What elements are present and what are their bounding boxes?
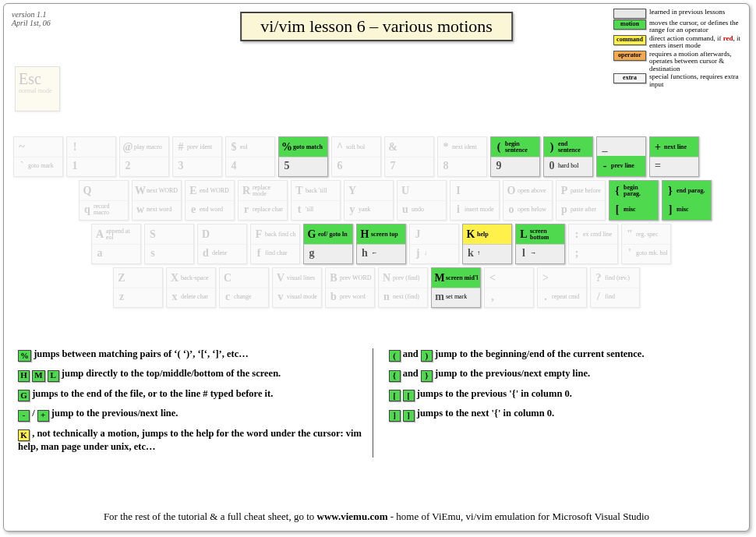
key-(: (begin sentence9 [490,136,540,177]
footer-url: www.viemu.com [317,511,388,522]
key-D: Dddelete [197,224,247,264]
keychip-+: + [37,410,49,422]
key-T: Tback 'tillt'till [291,180,341,221]
key-$: $eol4 [225,136,275,177]
note-line: % jumps between matching pairs of ‘( ‘)’… [18,348,365,362]
key-): )end sentence0hard bol [543,136,593,177]
key-F: Fback find chffind char [250,224,300,264]
key-~: ~`goto mark [13,136,63,177]
legend-motion: motion moves the cursor, or defines the … [613,19,743,34]
key-H: Hscreen toph← [356,224,406,264]
note-line: - / + jump to the previous/next line. [18,408,365,421]
key-@: @play macro2 [119,136,169,177]
row-home: Aappend at eolaSsDddeleteFback find chff… [91,224,740,264]
swatch-extra: extra [613,73,646,83]
keychip-H: H [18,370,30,382]
row-qwerty: Qqrecord macroWnext WORDwnext wordEend W… [79,180,740,221]
keychip-[: [ [389,390,401,401]
key->: >.repeat cmd [537,267,587,308]
note-line: G jumps to the end of the file, or to th… [18,388,365,401]
esc-key: Esc normal mode [15,66,60,111]
key-}: }end parag.]misc [662,180,712,221]
page-title: vi/vim lesson 6 – various motions [240,12,513,41]
key-C: Ccchange [219,267,269,308]
notes-right: ( and ) jump to the beginning/end of the… [389,348,736,460]
notes-left: % jumps between matching pairs of ‘( ‘)’… [18,348,365,460]
key-%: %goto match5 [278,136,328,177]
key-_: _-prev line [596,136,646,177]
key-J: Jj↓ [409,224,459,264]
key-G: Geof/ goto lng [303,224,353,264]
version-text: version 1.1 [12,10,46,19]
keychip-K: K [18,429,30,441]
swatch-command: command [613,35,646,45]
key-V: Vvisual linesvvisual mode [272,267,322,308]
note-line: { and } jump to the previous/next empty … [389,368,736,381]
key-#: #prev ident3 [172,136,222,177]
key-I: Iiinsert mode [450,180,500,221]
keyboard: ~`goto mark!1@play macro2#prev ident3$eo… [13,136,740,311]
keychip-{: { [389,370,401,382]
keychip-G: G [18,390,30,401]
legend: learned in previous lessons motion moves… [613,9,743,89]
note-line: K , not technically a motion, jumps to t… [18,428,365,454]
key-S: Ss [144,224,194,264]
notes: % jumps between matching pairs of ‘( ‘)’… [18,348,735,460]
notes-divider [373,348,373,458]
key-U: Uuundo [397,180,447,221]
key-P: Ppaste beforeppaste after [556,180,606,221]
legend-command: command direct action command, if red, i… [613,35,743,50]
legend-operator: operator requires a motion afterwards, o… [613,51,743,72]
note-line: H M L jump directly to the top/middle/bo… [18,368,365,381]
key-+: +next line= [649,136,699,177]
key-!: !1 [66,136,116,177]
key-<: <, [484,267,534,308]
note-line: ] ] jumps to the next '{' in column 0. [389,408,736,421]
row-bottom: ZzXback-spacexdelete charCcchangeVvisual… [113,267,740,308]
key-{: {begin parag.[misc [609,180,659,221]
legend-learned: learned in previous lessons [613,9,743,19]
row-numbers: ~`goto mark!1@play macro2#prev ident3$eo… [13,136,740,177]
key-O: Oopen aboveoopen below [503,180,553,221]
key-*: *next ident8 [437,136,487,177]
keychip-}: } [421,370,433,382]
note-line: ( and ) jump to the beginning/end of the… [389,348,736,362]
footer: For the rest of the tutorial & a full ch… [4,511,749,523]
key-K: Khelpk↑ [462,224,512,264]
keychip-%: % [18,350,31,362]
key-?: ?find (rev.)/find [590,267,640,308]
keychip-[: [ [403,390,415,401]
legend-extra: extra special functions, requires extra … [613,73,743,88]
date-text: April 1st, 06 [12,19,51,27]
version-block: version 1.1 April 1st, 06 [12,10,51,27]
key-Y: Yyyank [344,180,394,221]
key-E: Eend WORDeend word [185,180,235,221]
swatch-learned [613,9,646,19]
keychip-): ) [421,350,433,362]
keychip-(: ( [389,350,401,362]
key-Q: Qqrecord macro [79,180,129,221]
key-X: Xback-spacexdelete char [166,267,216,308]
keychip-]: ] [389,410,401,422]
key-&: &7 [384,136,434,177]
cheatsheet-page: version 1.1 April 1st, 06 vi/vim lesson … [3,3,750,532]
swatch-operator: operator [613,51,646,61]
note-line: [ [ jumps to the previous '{' in column … [389,388,736,401]
key-^: ^soft bol6 [331,136,381,177]
keychip-M: M [32,370,44,382]
keychip-]: ] [403,410,415,422]
keychip--: - [18,410,30,422]
key-:: :ex cmd line; [568,224,618,264]
keychip-L: L [48,370,59,382]
key-Z: Zz [113,267,163,308]
key-R: Rreplace moderreplace char [238,180,288,221]
key-": "reg. spec'goto mk. bol [621,224,671,264]
key-L: Lscreen bottoml→ [515,224,565,264]
key-M: Mscreen mid'lmset mark [431,267,481,308]
key-A: Aappend at eola [91,224,141,264]
key-N: Nprev (find)nnext (find) [378,267,428,308]
swatch-motion: motion [613,19,646,30]
key-W: Wnext WORDwnext word [132,180,182,221]
key-B: Bprev WORDbprev word [325,267,375,308]
